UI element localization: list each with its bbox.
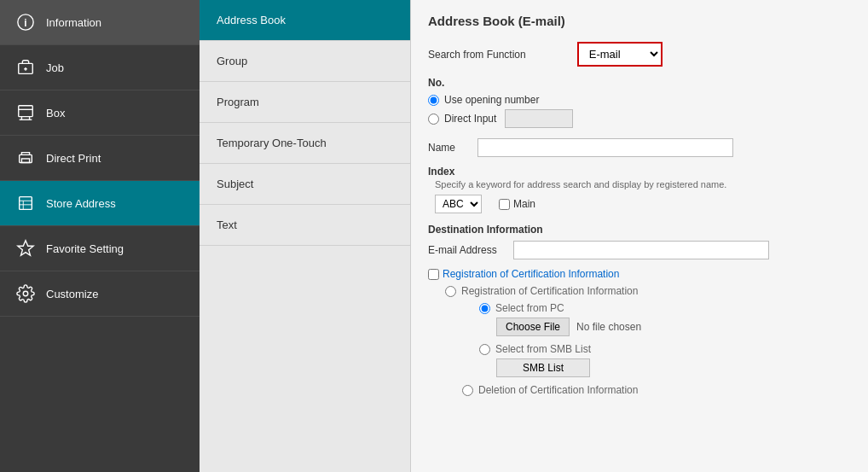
cert-radio-section: Registration of Certification Informatio…	[445, 285, 851, 396]
main-checkbox[interactable]	[499, 199, 510, 210]
index-hint: Specify a keyword for address search and…	[435, 179, 851, 189]
no-file-chosen-text: No file chosen	[576, 321, 641, 333]
select-smb-section: Select from SMB List SMB List	[479, 343, 851, 377]
index-row: ABC DEF GHI Main	[435, 195, 851, 213]
sidebar-label-store-address: Store Address	[46, 197, 116, 210]
svg-text:i: i	[24, 17, 26, 29]
sidebar-label-job: Job	[46, 61, 64, 74]
sidebar-item-information[interactable]: i Information	[0, 0, 200, 45]
name-input[interactable]	[477, 138, 733, 157]
name-label: Name	[428, 142, 471, 154]
direct-print-icon	[14, 146, 38, 170]
destination-info-label: Destination Information	[428, 224, 851, 236]
select-smb-label: Select from SMB List	[495, 343, 591, 355]
registration-cert-radio[interactable]	[445, 286, 456, 297]
smb-list-button[interactable]: SMB List	[496, 358, 590, 377]
search-function-select[interactable]: E-mail Fax SMB FTP	[577, 42, 663, 67]
registration-cert-checkbox-row: Registration of Certification Informatio…	[428, 268, 851, 280]
sidebar-label-box: Box	[46, 107, 65, 119]
middle-nav-text[interactable]: Text	[200, 205, 410, 246]
information-icon: i	[14, 10, 38, 34]
select-pc-section: Select from PC Choose File No file chose…	[479, 302, 851, 336]
sidebar-label-direct-print: Direct Print	[46, 152, 101, 165]
search-function-label: Search from Function	[428, 49, 526, 61]
search-function-row: Search from Function E-mail Fax SMB FTP	[428, 42, 851, 67]
select-smb-radio[interactable]	[479, 344, 490, 355]
favorite-setting-icon	[14, 236, 38, 260]
sidebar-item-box[interactable]: Box	[0, 90, 200, 136]
middle-nav-address-book[interactable]: Address Book	[200, 0, 410, 41]
deletion-cert-label: Deletion of Certification Information	[478, 384, 638, 396]
choose-file-button[interactable]: Choose File	[496, 318, 570, 336]
sidebar: i Information Job Box Direct Print Store…	[0, 0, 200, 472]
email-address-input[interactable]	[513, 241, 769, 259]
select-pc-radio[interactable]	[479, 303, 490, 314]
page-title: Address Book (E-mail)	[428, 14, 851, 28]
direct-input-field[interactable]	[505, 109, 573, 128]
box-icon	[14, 101, 38, 125]
svg-marker-16	[18, 241, 33, 255]
no-radio-group: Use opening number Direct Input	[428, 94, 851, 128]
sidebar-item-customize[interactable]: Customize	[0, 271, 200, 317]
select-pc-row: Select from PC	[479, 302, 851, 314]
sidebar-item-store-address[interactable]: Store Address	[0, 181, 200, 226]
registration-cert-checkbox-label: Registration of Certification Informatio…	[443, 268, 619, 280]
select-pc-label: Select from PC	[495, 302, 564, 314]
registration-cert-checkbox[interactable]	[428, 269, 439, 280]
registration-cert-radio-label: Registration of Certification Informatio…	[461, 285, 638, 297]
main-content: Address Book (E-mail) Search from Functi…	[411, 0, 868, 472]
name-row: Name	[428, 138, 851, 157]
svg-rect-11	[21, 159, 29, 163]
no-label: No.	[428, 77, 851, 89]
use-opening-number-radio[interactable]	[428, 95, 439, 106]
store-address-icon	[14, 191, 38, 215]
middle-nav-subject[interactable]: Subject	[200, 164, 410, 205]
sidebar-label-favorite-setting: Favorite Setting	[46, 242, 124, 255]
use-opening-number-row: Use opening number	[428, 94, 851, 106]
sidebar-label-customize: Customize	[46, 288, 98, 300]
middle-nav-temporary-one-touch[interactable]: Temporary One-Touch	[200, 123, 410, 164]
deletion-cert-radio[interactable]	[462, 385, 473, 396]
index-select[interactable]: ABC DEF GHI	[435, 195, 482, 213]
sidebar-item-favorite-setting[interactable]: Favorite Setting	[0, 226, 200, 271]
choose-file-row: Choose File No file chosen	[496, 318, 851, 336]
middle-nav-group[interactable]: Group	[200, 41, 410, 82]
direct-input-row: Direct Input	[428, 109, 851, 128]
sidebar-item-direct-print[interactable]: Direct Print	[0, 136, 200, 181]
svg-rect-5	[19, 106, 33, 117]
main-checkbox-label: Main	[513, 198, 535, 210]
direct-input-radio[interactable]	[428, 114, 439, 125]
middle-nav-program[interactable]: Program	[200, 82, 410, 123]
customize-icon	[14, 282, 38, 306]
middle-nav: Address Book Group Program Temporary One…	[200, 0, 411, 472]
use-opening-number-label: Use opening number	[444, 94, 539, 106]
direct-input-label: Direct Input	[444, 113, 496, 125]
email-row: E-mail Address	[428, 241, 851, 259]
sidebar-item-job[interactable]: Job	[0, 45, 200, 90]
main-checkbox-row: Main	[499, 198, 535, 210]
job-icon	[14, 55, 38, 79]
index-label: Index	[428, 166, 851, 178]
index-section: Index Specify a keyword for address sear…	[428, 166, 851, 213]
svg-rect-12	[20, 197, 32, 210]
select-smb-row: Select from SMB List	[479, 343, 851, 355]
sidebar-label-information: Information	[46, 16, 101, 29]
registration-cert-radio-row: Registration of Certification Informatio…	[445, 285, 851, 297]
no-section: No. Use opening number Direct Input	[428, 77, 851, 128]
email-address-label: E-mail Address	[428, 244, 513, 256]
destination-section: Destination Information E-mail Address	[428, 224, 851, 259]
deletion-row: Deletion of Certification Information	[462, 384, 851, 396]
